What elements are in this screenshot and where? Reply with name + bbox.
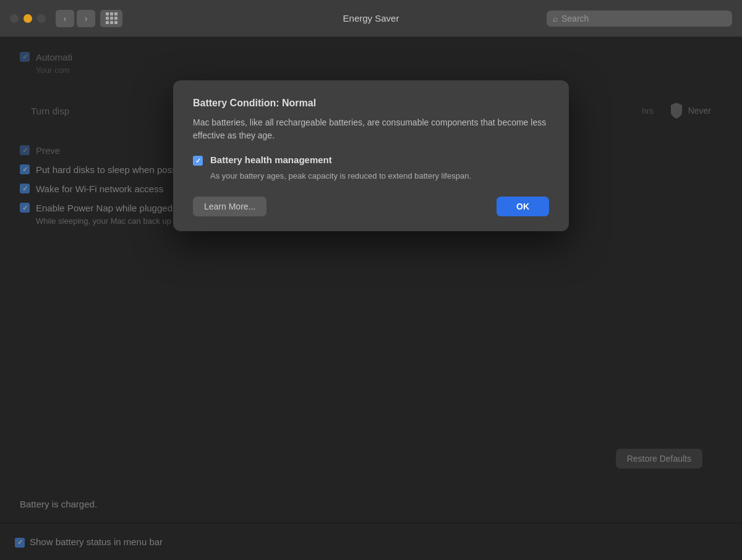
modal-buttons: Learn More... OK [193, 197, 549, 216]
modal-title: Battery Condition: Normal [193, 98, 549, 109]
learn-more-button[interactable]: Learn More... [193, 197, 267, 216]
search-input[interactable] [561, 14, 726, 23]
forward-button[interactable]: › [77, 10, 95, 27]
maximize-button[interactable] [37, 14, 46, 23]
modal-description: Mac batteries, like all rechargeable bat… [193, 116, 549, 142]
modal-overlay: Battery Condition: Normal Mac batteries,… [0, 37, 742, 560]
search-bar[interactable]: ⌕ [547, 11, 732, 27]
close-button[interactable] [10, 14, 19, 23]
grid-icon [106, 12, 117, 24]
minimize-button[interactable] [23, 14, 32, 23]
titlebar: ‹ › Energy Saver ⌕ [0, 0, 742, 37]
ok-button[interactable]: OK [497, 197, 549, 216]
nav-buttons: ‹ › [56, 10, 95, 27]
back-button[interactable]: ‹ [56, 10, 74, 27]
traffic-lights [10, 14, 46, 23]
health-management-label: Battery health management [210, 155, 332, 165]
health-management-checkbox[interactable]: ✓ [193, 156, 203, 166]
battery-condition-modal: Battery Condition: Normal Mac batteries,… [173, 80, 569, 231]
modal-checkbox-row: ✓ Battery health management [193, 155, 549, 166]
window-title: Energy Saver [343, 13, 399, 23]
search-icon: ⌕ [553, 14, 558, 23]
health-management-sublabel: As your battery ages, peak capacity is r… [193, 171, 549, 182]
grid-view-button[interactable] [100, 10, 122, 27]
